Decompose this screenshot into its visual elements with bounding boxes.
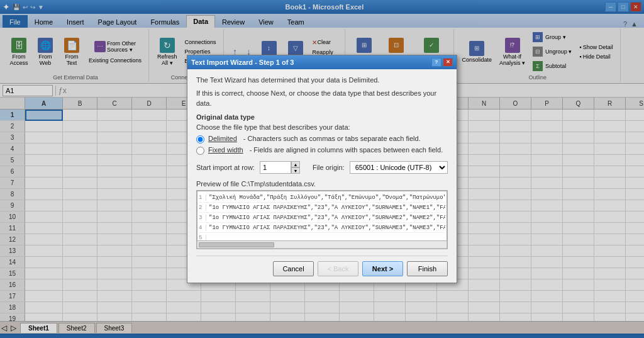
line-num-3: 3 (199, 215, 206, 221)
line-num-1: 1 (199, 194, 206, 201)
dialog-info-line2: If this is correct, choose Next, or choo… (196, 89, 448, 108)
delimited-radio[interactable] (196, 135, 204, 144)
preview-label: Preview of file C:\Tmp\studentdata.csv. (196, 180, 448, 188)
dialog-title: Text Import Wizard - Step 1 of 3 (191, 59, 294, 66)
file-origin-select[interactable]: 65001 : Unicode (UTF-8) (350, 161, 448, 174)
fixed-width-radio-row: Fixed width - Fields are aligned in colu… (196, 146, 448, 155)
finish-button[interactable]: Finish (407, 261, 448, 276)
preview-line-3: 3 "1ο ΓΥΜΝΑΣΙΟ ΑΓΙΑΣ ΠΑΡΑΣΚΕΥΗΣ","23","Α… (199, 213, 445, 223)
scrollbar-thumb-h[interactable] (199, 242, 274, 247)
fixed-width-radio[interactable] (196, 147, 204, 155)
start-import-spinner: ▲ ▼ (260, 161, 300, 174)
original-data-type-label: Original data type (196, 113, 448, 121)
preview-line-2: 2 "1ο ΓΥΜΝΑΣΙΟ ΑΓΙΑΣ ΠΑΡΑΣΚΕΥΗΣ","23","Α… (199, 203, 445, 213)
dialog-button-row: Cancel < Back Next > Finish (196, 256, 448, 276)
line-text-4: "1ο ΓΥΜΝΑΣΙΟ ΑΓΙΑΣ ΠΑΡΑΣΚΕΥΗΣ","23","Α Λ… (209, 225, 445, 231)
dialog-overlay: Text Import Wizard - Step 1 of 3 ? ✕ The… (0, 0, 644, 338)
import-options-row: Start import at row: ▲ ▼ File origin: 65… (196, 161, 448, 174)
delimited-label: Delimited (208, 135, 237, 142)
spinner-down-button[interactable]: ▼ (291, 167, 300, 174)
delimited-desc: - Characters such as commas or tabs sepa… (243, 135, 421, 142)
line-text-2: "1ο ΓΥΜΝΑΣΙΟ ΑΓΙΑΣ ΠΑΡΑΣΚΕΥΗΣ","23","Α Λ… (209, 205, 445, 211)
fixed-width-desc: - Fields are aligned in columns with spa… (250, 146, 443, 154)
start-import-label: Start import at row: (196, 164, 255, 171)
line-text-1: "Σχολική Μονάδα","Πράξη Συλλόγου","Τάξη"… (209, 194, 445, 201)
choose-file-type-text: Choose the file type that best describes… (196, 123, 448, 131)
line-text-3: "1ο ΓΥΜΝΑΣΙΟ ΑΓΙΑΣ ΠΑΡΑΣΚΕΥΗΣ","23","Α Λ… (209, 215, 445, 221)
preview-area: 1 "Σχολική Μονάδα","Πράξη Συλλόγου","Τάξ… (197, 191, 447, 241)
preview-line-1: 1 "Σχολική Μονάδα","Πράξη Συλλόγου","Τάξ… (199, 193, 445, 203)
next-button[interactable]: Next > (362, 261, 403, 276)
dialog-help-button[interactable]: ? (431, 58, 441, 67)
data-type-radio-group: Delimited - Characters such as commas or… (196, 135, 448, 155)
file-origin-label: File origin: (313, 164, 345, 171)
line-num-5: 5 (199, 235, 206, 241)
dialog-info-line1: The Text Wizard has determined that your… (196, 76, 448, 85)
preview-scrollbar-h[interactable] (197, 241, 447, 249)
preview-line-4: 4 "1ο ΓΥΜΝΑΣΙΟ ΑΓΙΑΣ ΠΑΡΑΣΚΕΥΗΣ","23","Α… (199, 223, 445, 233)
dialog-title-controls: ? ✕ (431, 58, 453, 67)
preview-line-5: 5 (199, 233, 445, 241)
dialog-close-button[interactable]: ✕ (443, 58, 453, 67)
dialog-title-bar: Text Import Wizard - Step 1 of 3 ? ✕ (187, 55, 457, 69)
fixed-width-label: Fixed width (208, 146, 243, 154)
preview-container: 1 "Σχολική Μονάδα","Πράξη Συλλόγου","Τάξ… (196, 190, 448, 249)
cancel-button[interactable]: Cancel (273, 261, 314, 276)
delimited-radio-row: Delimited - Characters such as commas or… (196, 135, 448, 144)
spinner-up-button[interactable]: ▲ (291, 161, 300, 167)
line-num-2: 2 (199, 205, 206, 211)
line-num-4: 4 (199, 225, 206, 231)
dialog-body: The Text Wizard has determined that your… (187, 69, 457, 283)
back-button[interactable]: < Back (318, 261, 358, 276)
start-import-input[interactable] (260, 161, 291, 174)
spinner-buttons: ▲ ▼ (291, 161, 300, 174)
text-import-wizard-dialog: Text Import Wizard - Step 1 of 3 ? ✕ The… (187, 55, 457, 283)
